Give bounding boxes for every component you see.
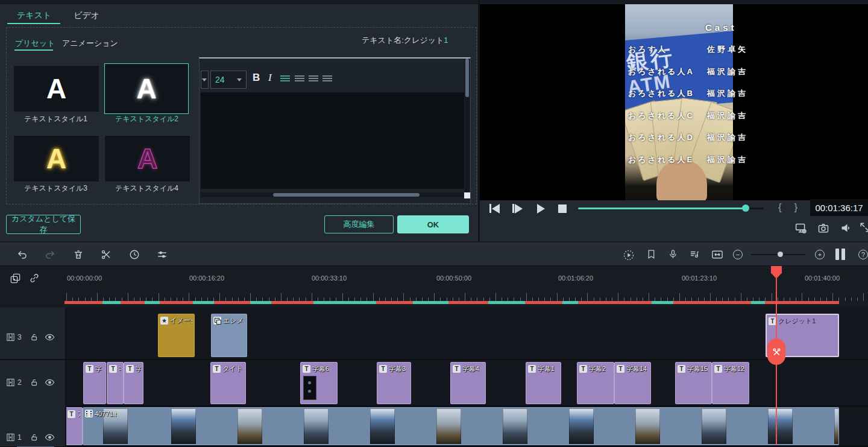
text-clip-icon: T — [453, 365, 461, 373]
align-right-button[interactable] — [309, 75, 318, 83]
fullscreen-icon[interactable] — [860, 222, 868, 233]
volume-icon[interactable] — [840, 222, 852, 234]
tab-video[interactable]: ビデオ — [74, 10, 99, 21]
mark-in-out-buttons[interactable]: { } — [778, 201, 802, 214]
delete-icon[interactable] — [73, 249, 84, 260]
track-height-icon[interactable] — [835, 249, 849, 260]
link-clips-icon[interactable] — [29, 273, 40, 284]
ruler-tick — [281, 293, 281, 301]
record-voiceover-icon[interactable] — [668, 249, 679, 260]
video-clip-label: 40771.t — [95, 410, 117, 417]
clip-label: 字幕2 — [589, 364, 606, 373]
playback-controls: { } 00:01:36:17 — [480, 200, 868, 241]
text-style-1-card[interactable]: A — [13, 65, 99, 112]
timeline-clip[interactable]: T字幕6 — [300, 362, 338, 404]
editor-resize-handle[interactable] — [464, 192, 470, 198]
italic-button[interactable]: I — [268, 72, 272, 84]
subtab-animation[interactable]: アニメーション — [62, 38, 118, 49]
subtab-preset[interactable]: プリセット — [15, 38, 55, 49]
timeline-clip[interactable]: ★イメージ — [158, 314, 195, 357]
timeline-clip[interactable]: T字 — [107, 362, 124, 404]
previous-frame-button[interactable] — [489, 204, 500, 214]
text-style-3-card[interactable]: A — [13, 135, 99, 182]
align-justify-button[interactable] — [322, 75, 332, 83]
seek-knob[interactable] — [742, 204, 749, 212]
audio-mixer-icon[interactable] — [689, 249, 700, 260]
text-clip-icon: T — [528, 365, 536, 373]
timeline-clip[interactable]: エレメン — [211, 314, 247, 357]
help-icon[interactable]: ? — [858, 250, 868, 261]
track-1-lock-icon[interactable] — [30, 433, 39, 442]
display-settings-icon[interactable] — [794, 222, 807, 235]
ruler-tick — [66, 293, 67, 301]
track-1-type: 1 — [6, 433, 22, 442]
zoom-out-icon[interactable]: − — [733, 250, 744, 261]
track-3-visibility-icon[interactable] — [45, 333, 55, 341]
ok-button[interactable]: OK — [397, 215, 469, 233]
timeline-clip[interactable]: T字幕15 — [675, 362, 712, 404]
text-input-area[interactable] — [201, 92, 464, 189]
split-scissors-icon[interactable] — [101, 249, 112, 260]
text-clip-icon: T — [126, 365, 134, 373]
clip-label: エレメン — [223, 316, 245, 325]
align-center-button[interactable] — [295, 75, 304, 83]
align-left-button[interactable] — [280, 75, 290, 83]
undo-icon[interactable] — [17, 249, 28, 260]
timeline-ruler[interactable]: 00:00:00:0000:00:16:2000:00:33:1000:00:5… — [0, 265, 868, 308]
timeline-clip[interactable]: T字 — [124, 362, 143, 404]
timeline-clip[interactable]: T字幕2 — [577, 362, 614, 404]
clip-label: 字 — [136, 364, 141, 373]
next-frame-button[interactable] — [512, 204, 523, 214]
duration-clock-icon[interactable] — [129, 249, 140, 260]
zoom-in-icon[interactable]: + — [815, 250, 826, 261]
font-size-value: 24 — [215, 75, 225, 84]
preview-video-frame: 銀行 ATM — [625, 4, 733, 200]
seek-slider[interactable] — [578, 208, 764, 209]
text-clip-icon: T — [109, 365, 117, 373]
ruler-tick — [679, 293, 680, 301]
render-preview-icon[interactable] — [623, 249, 634, 260]
snapshot-camera-icon[interactable] — [817, 222, 829, 234]
ruler-tick — [851, 297, 852, 301]
video-clip[interactable]: 40771.t — [83, 407, 839, 445]
text-style-4-card[interactable]: A — [104, 135, 190, 182]
track-3-lock-icon[interactable] — [30, 333, 39, 341]
track-2-lock-icon[interactable] — [30, 378, 39, 387]
track-1-visibility-icon[interactable] — [45, 433, 55, 442]
timeline-clip[interactable]: T字幕1 — [526, 362, 561, 404]
timeline-zoom-slider[interactable] — [751, 254, 805, 255]
editor-vscrollbar-thumb[interactable] — [465, 59, 469, 97]
track-2-visibility-icon[interactable] — [45, 378, 55, 387]
stop-button[interactable] — [558, 204, 567, 213]
font-family-dropdown[interactable] — [201, 71, 209, 89]
fit-timeline-icon[interactable] — [711, 249, 722, 260]
editor-hscrollbar[interactable] — [201, 192, 464, 197]
clip-label: 字幕4 — [462, 364, 479, 373]
timeline-clip[interactable]: Tタイトル — [210, 362, 246, 404]
editor-vscrollbar[interactable] — [465, 59, 470, 192]
timeline-zoom-knob[interactable] — [778, 252, 783, 257]
marker-icon[interactable] — [646, 249, 657, 260]
redo-icon[interactable] — [45, 249, 55, 260]
bold-button[interactable]: B — [253, 72, 260, 84]
advanced-edit-button[interactable]: 高度編集 — [324, 215, 394, 233]
timeline-clip[interactable]: T字幕3 — [377, 362, 411, 404]
play-button[interactable] — [537, 204, 545, 214]
save-as-custom-button[interactable]: カスタムとして保存 — [6, 215, 81, 234]
add-to-timeline-icon[interactable] — [10, 273, 21, 284]
font-size-dropdown[interactable]: 24 — [210, 71, 247, 89]
split-at-playhead-button[interactable] — [767, 338, 785, 365]
timeline-clip[interactable]: T字 — [83, 362, 106, 404]
clip-thumbnail — [303, 376, 316, 400]
track-2-type: 2 — [6, 378, 22, 387]
timeline-clip[interactable]: Tア — [65, 407, 83, 445]
tab-text[interactable]: テキスト — [17, 10, 51, 21]
adjust-sliders-icon[interactable] — [157, 249, 168, 260]
timeline-clip[interactable]: T字幕12 — [712, 362, 749, 404]
ruler-timestamp: 00:00:50:00 — [436, 274, 471, 282]
timeline-clip[interactable]: T字幕14 — [614, 362, 651, 404]
timeline-clip[interactable]: T字幕4 — [450, 362, 486, 404]
editor-hscrollbar-thumb[interactable] — [273, 193, 420, 197]
text-style-2-card[interactable]: A — [104, 63, 189, 114]
ruler-tick — [312, 293, 312, 301]
